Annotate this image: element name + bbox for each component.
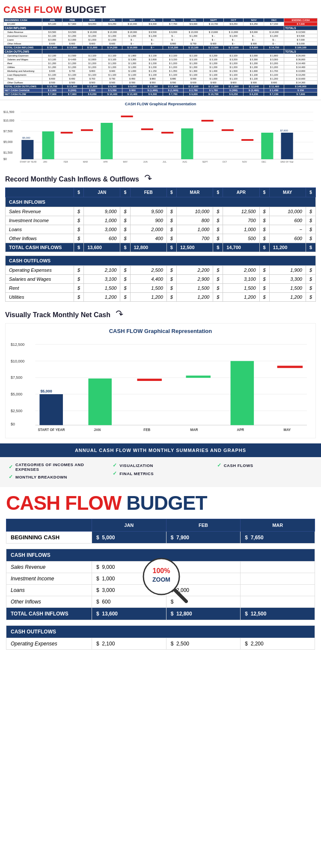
t-mar: $ 700 <box>82 77 102 81</box>
ti-aug: $ 13,100 <box>183 46 203 50</box>
cash-flow-chart-1: $11,500 $10,000 $7,500 $5,000 $1,500 $0 … <box>3 108 318 163</box>
beg-mar: $ 8,050 <box>82 22 102 26</box>
rec-sales-apr: 12,500 <box>223 207 259 216</box>
t-dec: $ 1,200 <box>264 77 284 81</box>
sales-revenue-row: Sales Revenue $ 9,500 $ 6,500 $ 10,000 $… <box>4 30 318 34</box>
col-oct: OCT <box>223 18 244 22</box>
rec-col-dollar5: $ <box>259 188 269 197</box>
sr-oct: $ 11,800 <box>223 30 244 34</box>
rec-salaries-mar: 2,900 <box>176 275 213 284</box>
spreadsheet-section: CASH FLOW BUDGET BEGINNING CASH JAN FEB … <box>0 0 321 100</box>
rec-col-feb: FEB <box>130 188 166 197</box>
features-col3: ✓ CASH FLOWS <box>217 462 312 482</box>
ii-total: $ 5,500 <box>284 34 318 38</box>
investment-label: Investment Income <box>4 34 42 38</box>
prev-loans-mar <box>241 585 315 596</box>
prev-other-in-label: Other Inflows <box>6 596 92 608</box>
nc-jan: $ 2,900 <box>42 89 62 92</box>
r-feb: $ 1,200 <box>62 62 82 65</box>
utilities-row: Utilities $ 1,200 $ 1,200 $ 1,200 $ 1,20… <box>4 65 318 69</box>
prev-outflows-label: CASH OUTFLOWS <box>6 626 315 638</box>
total-outflows-row: TOTAL CASH OUTFLOWS $ 10,700 $ 11,800 $ … <box>4 85 318 89</box>
rec-col-may: MAY <box>269 188 306 197</box>
to-jan: $ 10,700 <box>42 85 62 89</box>
rec-invest-label: Investment Income <box>6 216 74 225</box>
big-chart-title: CASH FLOW Graphical Representation <box>10 328 311 334</box>
svg-text:$0: $0 <box>3 158 7 161</box>
oo-jul: $ 550 <box>163 81 184 85</box>
cash-outflows-header: CASH OUTFLOWS TOTALS <box>4 50 318 54</box>
nf-aug: $ 9,000 <box>183 92 203 96</box>
nf-jun: $ 9,300 <box>143 92 163 96</box>
to-may: $ 9,950 <box>122 85 143 89</box>
rec-ti-may: 11,200 <box>269 243 306 252</box>
svg-text:MAR: MAR <box>83 161 88 163</box>
beg-apr: $ 9,250 <box>102 22 122 26</box>
r-jun: $ 1,200 <box>143 62 163 65</box>
sr-jun: $ 9,500 <box>143 30 163 34</box>
rec-col-dollar2: $ <box>120 188 130 197</box>
svg-rect-54 <box>39 394 63 425</box>
feature-item-5: ✓ CASH FLOWS <box>217 462 312 468</box>
oo-apr: $ 500 <box>102 81 122 85</box>
rec-ti-dollar4: $ <box>213 243 223 252</box>
rec-rent-feb: 1,500 <box>130 284 166 293</box>
u-jan: $ 1,200 <box>42 65 62 69</box>
oo-total: $ 14,300 <box>284 81 318 85</box>
rec-salaries-label: Salaries and Wages <box>6 275 74 284</box>
outflows-spacer <box>42 50 284 54</box>
rec-col-dollar6: $ <box>306 188 315 197</box>
oi-feb: $ 800 <box>62 42 82 46</box>
rec-ti-dollar: $ <box>74 243 84 252</box>
lr-sept: $ 1,100 <box>203 73 223 77</box>
rec-outflows-header: CASH OUTFLOWS <box>6 256 316 266</box>
prev-sales-label: Sales Revenue <box>6 562 92 573</box>
op-exp-label: Operating Expenses <box>4 54 42 58</box>
u-total: $ 14,400 <box>284 65 318 69</box>
prev-sales-mar <box>241 562 315 573</box>
beginning-cash-label: $ 5,000 <box>4 22 42 26</box>
rec-loans-apr: 1,000 <box>223 225 259 234</box>
svg-rect-56 <box>88 378 112 425</box>
rec-loans-jan: 3,000 <box>84 225 120 234</box>
u-apr: $ 1,200 <box>102 65 122 69</box>
taxes-label: Taxes <box>4 77 42 81</box>
salaries-row: Salaries and Wages $ 3,100 $ 4,400 $ 2,8… <box>4 58 318 62</box>
rec-sales-may: 10,000 <box>269 207 306 216</box>
svg-text:$5,000: $5,000 <box>40 389 52 393</box>
prev-other-in-mar <box>241 596 315 608</box>
rec-sales-label: Sales Revenue <box>6 207 74 216</box>
oi-apr: $ 600 <box>102 42 122 46</box>
rec-op-exp-label: Operating Expenses <box>6 266 74 275</box>
rec-other-in-may: 600 <box>269 234 306 243</box>
rec-rent-jan: 1,500 <box>84 284 120 293</box>
u-nov: $ 1,200 <box>244 65 264 69</box>
svg-text:100%: 100% <box>152 567 170 574</box>
t-oct: $ 1,100 <box>223 77 244 81</box>
oe-jan: $ 2,100 <box>42 54 62 58</box>
track-subtitle-wrap: Visually Track Monthly Net Cash ↷ <box>5 309 316 320</box>
features-col2: ✓ VISUALIZATION ✓ FINAL METRICS <box>113 462 208 482</box>
outflows-totals-label: TOTALS <box>284 50 318 54</box>
svg-rect-26 <box>281 133 293 159</box>
ti-dec: $ 14,750 <box>264 46 284 50</box>
sr-mar: $ 10,000 <box>82 30 102 34</box>
prev-invest-label: Investment Income <box>6 573 92 585</box>
col-header-label: BEGINNING CASH <box>4 18 42 22</box>
col-sept: SEPT <box>203 18 223 22</box>
rec-invest-row: Investment Income $ 1,000 $ 900 $ 800 $ … <box>6 216 316 225</box>
lr-dec: $ 1,100 <box>264 73 284 77</box>
svg-text:$0: $0 <box>11 422 15 426</box>
l-feb: $ 2,000 <box>62 38 82 42</box>
col-apr: APR <box>102 18 122 22</box>
rec-loans-row: Loans $ 3,000 $ 2,000 $ 1,000 $ 1,000 $ … <box>6 225 316 234</box>
oo-oct: $ 600 <box>223 81 244 85</box>
prev-op-exp-row: Operating Expenses $ 2,100 $ 2,500 $ 2,2… <box>6 638 315 650</box>
to-aug: $ 11,600 <box>183 85 203 89</box>
svg-rect-17 <box>101 123 113 159</box>
rec-col-label <box>6 188 74 197</box>
r-may: $ 1,200 <box>122 62 143 65</box>
total-outflows-label: TOTAL CASH OUTFLOWS <box>4 85 42 89</box>
svg-text:APR: APR <box>103 161 108 163</box>
l-may: $ − <box>122 38 143 42</box>
